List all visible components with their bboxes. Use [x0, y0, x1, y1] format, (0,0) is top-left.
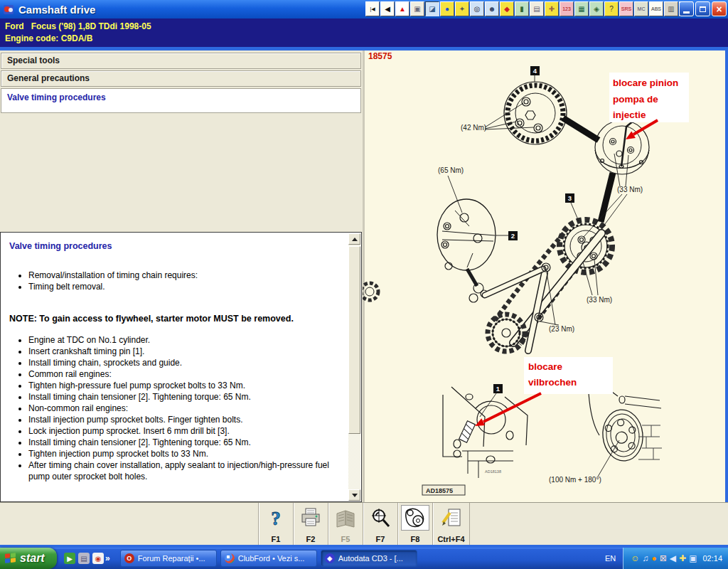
help-car-icon[interactable]: ? — [604, 1, 619, 16]
svg-text:AD18575: AD18575 — [426, 487, 453, 494]
abs-icon[interactable]: ABS — [649, 1, 663, 16]
close-button[interactable]: × — [712, 1, 727, 16]
picture-icon[interactable]: ◪ — [425, 1, 439, 16]
fkey-zoom-button[interactable]: F7 — [363, 503, 397, 545]
fkey-belt-diagram-button[interactable]: F8 — [397, 503, 432, 545]
taskbar-clock[interactable]: 02:14 — [702, 554, 722, 563]
task-button-clubford[interactable]: ClubFord • Vezi s... — [220, 550, 317, 567]
media-tray-icon[interactable]: ♫ — [643, 554, 649, 563]
sidebar-item-general-precautions[interactable]: General precautions — [1, 70, 361, 87]
opera-icon: O — [124, 553, 134, 563]
srs-icon[interactable]: SRS — [619, 1, 633, 16]
window-title: Camshaft drive — [18, 4, 95, 16]
spray-icon[interactable]: ✚ — [545, 1, 559, 16]
car-icon[interactable]: ◆ — [500, 1, 514, 16]
network-offline-icon[interactable]: ⊠ — [660, 554, 667, 563]
torque-33nm-top: (33 Nm) — [617, 186, 643, 193]
people-icon[interactable]: ☻ — [485, 1, 499, 16]
engine-icon[interactable]: ▥ — [664, 1, 678, 16]
annotation-crank-line1: blocare — [528, 361, 563, 372]
mouse-icon[interactable]: ✦ — [455, 1, 469, 16]
fkey-manual-button[interactable]: F5 — [328, 503, 363, 545]
function-key-toolbar: ? F1 F2 F5 F7 — [0, 502, 728, 545]
bullet-item: Engine at TDC on No.1 cylinder. — [28, 334, 342, 346]
qip-icon[interactable]: ● — [652, 554, 657, 563]
steps-123-icon[interactable]: 123 — [560, 1, 574, 16]
fkey-notes-button[interactable]: Ctrl+F4 — [432, 503, 470, 545]
restore-button[interactable] — [695, 1, 710, 16]
grease-icon[interactable]: ◈ — [589, 1, 604, 16]
start-button[interactable]: start — [0, 548, 57, 569]
pda-icon[interactable]: ▣ — [689, 554, 697, 563]
zoom-icon — [366, 505, 395, 531]
manual-icon — [331, 505, 360, 531]
print-preview-icon[interactable]: ▤ — [530, 1, 544, 16]
window-icon[interactable]: ▣ — [410, 1, 424, 16]
start-label: start — [20, 552, 45, 565]
callout-3: 3 — [568, 194, 572, 202]
bullet-item: Lock injection pump sprocket. Insert 6 m… — [28, 425, 342, 437]
chrome-icon[interactable]: ◉ — [92, 553, 104, 564]
article-scrollbar[interactable] — [348, 233, 360, 501]
task-button-forum[interactable]: O Forum Reparaţii •... — [120, 550, 217, 567]
bullet-item: Non-common rail engines: — [28, 403, 342, 414]
pointer-device-icon[interactable]: ✚ — [679, 554, 686, 563]
scroll-up-button[interactable] — [348, 233, 360, 245]
nav-first-icon[interactable]: |◀ — [365, 1, 380, 16]
window-controls: × — [679, 1, 727, 16]
bullet-item: Install injection pump sprocket bolts. F… — [28, 414, 342, 425]
globe-icon[interactable]: ● — [440, 1, 454, 16]
sidebar-item-special-tools[interactable]: Special tools — [1, 53, 361, 69]
bullet-item: Common rail engines: — [28, 368, 342, 380]
svg-text:?: ? — [271, 508, 281, 528]
article-content: Valve timing procedures Removal/installa… — [1, 233, 348, 482]
door-icon[interactable]: ▮ — [515, 1, 529, 16]
belt-diagram-icon — [401, 505, 429, 531]
bullet-item: Insert crankshaft timing pin [1]. — [28, 346, 342, 357]
annotation-pump-line1: blocare pinion — [613, 78, 678, 88]
language-indicator[interactable]: EN — [605, 554, 616, 563]
engine-code: Engine code: C9DA/B — [5, 33, 728, 45]
volume-icon[interactable]: ◀ — [670, 554, 676, 563]
torque-23nm: (23 Nm) — [549, 325, 574, 333]
mc-icon[interactable]: MC — [634, 1, 648, 16]
task-button-autodata[interactable]: ◈ Autodata CD3 - [... — [321, 550, 417, 567]
article-panel: Valve timing procedures Removal/installa… — [0, 232, 362, 502]
callout-4: 4 — [533, 67, 537, 75]
nav-back-icon[interactable]: ◀ — [380, 1, 395, 16]
procedure-bullet-list: Engine at TDC on No.1 cylinder.Insert cr… — [28, 334, 342, 482]
messenger-smiley-icon[interactable]: ☺ — [631, 554, 639, 563]
bullet-item: Removal/installation of timing chain req… — [28, 270, 342, 281]
scroll-down-button[interactable] — [348, 489, 360, 501]
quick-launch-overflow-chevron[interactable]: » — [105, 553, 110, 563]
media-player-icon[interactable]: ▶ — [64, 553, 75, 564]
annotation-crank-line2: vilbrochen — [528, 377, 577, 388]
windows-flag-icon — [5, 553, 16, 564]
folder-icon[interactable]: ▤ — [78, 553, 90, 564]
fkey-print-button[interactable]: F2 — [293, 503, 328, 545]
chrome-icon — [225, 553, 235, 563]
torque-42nm: (42 Nm) — [461, 124, 486, 132]
fkey-help-button[interactable]: ? F1 — [258, 503, 293, 545]
annotation-pump-line2: pompa de — [613, 94, 658, 105]
task-buttons: O Forum Reparaţii •... ClubFord • Vezi s… — [120, 550, 417, 567]
bullet-item: Timing belt removal. — [28, 281, 342, 292]
torque-33nm-mid: (33 Nm) — [587, 296, 612, 304]
sidebar-item-valve-timing[interactable]: Valve timing procedures — [1, 88, 361, 113]
callout-2: 2 — [511, 232, 515, 240]
minimize-button[interactable] — [679, 1, 694, 16]
equipment-icon[interactable]: ▦ — [574, 1, 589, 16]
vehicle-title: Ford Focus ('98) 1,8D TDdi 1998-05 — [5, 21, 728, 33]
title-toolbar: |◀◀▲▣◪●✦◎☻◆▮▤✚123▦◈?SRSMCABS▥▯ — [365, 1, 693, 16]
bullet-item: Install timing chain tensioner [2]. Tigh… — [28, 437, 342, 448]
notes-icon — [437, 505, 466, 531]
warning-icon[interactable]: ▲ — [395, 1, 410, 16]
title-bar: Camshaft drive |◀◀▲▣◪●✦◎☻◆▮▤✚123▦◈?SRSMC… — [0, 0, 728, 18]
scroll-thumb[interactable] — [348, 246, 360, 434]
pane-splitter[interactable] — [363, 50, 365, 502]
bullet-item: Install timing chain, sprockets and guid… — [28, 357, 342, 368]
print-icon — [296, 505, 325, 531]
wheel-icon[interactable]: ◎ — [470, 1, 484, 16]
autodata-icon: ◈ — [325, 553, 335, 563]
bullet-item: Tighten injection pump sprocket bolts to… — [28, 448, 342, 459]
